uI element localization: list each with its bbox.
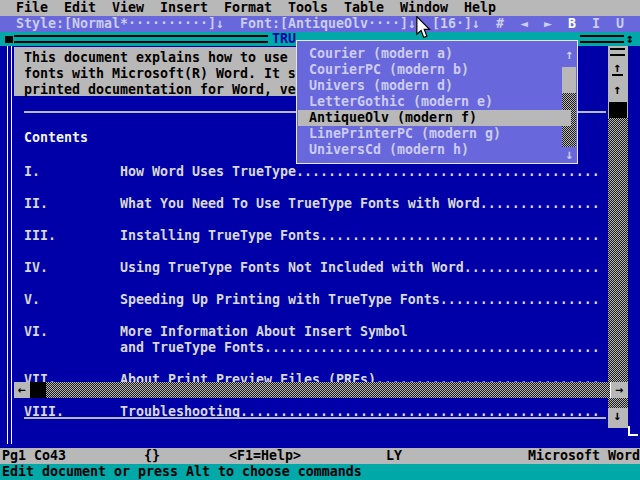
- underline-button[interactable]: U: [616, 16, 624, 32]
- toc-row: III.Installing TrueType Fonts...........…: [24, 228, 606, 244]
- toc-title: More Information About Insert Symbol: [120, 324, 408, 340]
- left-triangle-button[interactable]: ◄: [520, 16, 528, 32]
- toc-numeral: VI.: [24, 324, 48, 340]
- font-option-antiqueolv[interactable]: AntiqueOlv (modern f): [298, 110, 571, 126]
- menu-item-table[interactable]: Table: [344, 0, 384, 16]
- message-bar: Edit document or press Alt to choose com…: [0, 464, 640, 480]
- selected-text-line: printed documentation for Word, ve: [24, 82, 296, 98]
- style-dropdown[interactable]: Style:[Normal*··········]↓: [16, 16, 224, 32]
- menu-item-edit[interactable]: Edit: [64, 0, 96, 16]
- word-dos-screen: { "menu": { "items": ["File","Edit","Vie…: [0, 0, 640, 480]
- toc-title: and TrueType Fonts......................…: [120, 340, 600, 356]
- contents-heading: Contents: [24, 130, 88, 146]
- scroll-up-icon[interactable]: ↑: [612, 82, 623, 98]
- menu-item-tools[interactable]: Tools: [288, 0, 328, 16]
- menu-item-view[interactable]: View: [112, 0, 144, 16]
- message-text: Edit document or press Alt to choose com…: [2, 464, 362, 480]
- vertical-scroll-thumb[interactable]: [609, 102, 627, 118]
- toc-row: VI.More Information About Insert Symbol: [24, 324, 606, 340]
- mouse-cursor: [416, 16, 431, 39]
- right-triangle-button[interactable]: ►: [544, 16, 552, 32]
- toc-row: I.How Word Uses TrueType................…: [24, 164, 606, 180]
- menu-item-format[interactable]: Format: [224, 0, 272, 16]
- horizontal-scrollbar[interactable]: ← →: [14, 382, 628, 398]
- scroll-right-icon[interactable]: →: [610, 382, 628, 398]
- menu-item-help[interactable]: Help: [464, 0, 496, 16]
- document-title: TRU: [272, 32, 296, 46]
- braces-indicator: {}: [144, 448, 160, 464]
- window-split-icon[interactable]: [610, 48, 625, 56]
- toc-title: Installing TrueType Fonts...............…: [120, 228, 600, 244]
- horizontal-scroll-thumb[interactable]: [30, 382, 46, 398]
- vertical-scrollbar[interactable]: ↑ ↑ ↓: [608, 46, 628, 428]
- toc-title: Speeding Up Printing with TrueType Fonts…: [120, 292, 600, 308]
- scroll-down-icon[interactable]: ↓: [612, 408, 623, 424]
- font-option-courier[interactable]: Courier (modern a): [298, 46, 571, 62]
- menu-bar: FileEditViewInsertFormatToolsTableWindow…: [0, 0, 640, 16]
- help-hint: <F1=Help>: [229, 448, 301, 464]
- status-bar: Pg1 Co43 {} <F1=Help> LY Microsoft Word: [0, 448, 640, 464]
- toc-row: II.What You Need To Use TrueType Fonts w…: [24, 196, 606, 212]
- title-bar-line: [14, 35, 268, 43]
- selected-text-line: fonts with Microsoft(R) Word. It s: [24, 66, 296, 82]
- menu-item-file[interactable]: File: [16, 0, 48, 16]
- toc-numeral: III.: [24, 228, 56, 244]
- toc-title: Using TrueType Fonts Not Included with W…: [120, 260, 600, 276]
- scroll-up-line-icon[interactable]: ↑: [612, 61, 623, 76]
- toc-title: What You Need To Use TrueType Fonts with…: [120, 196, 600, 212]
- toc-numeral: IV.: [24, 260, 48, 276]
- size-dropdown[interactable]: [16·]↓: [432, 16, 480, 32]
- horizontal-rule: [24, 417, 606, 419]
- font-option-lettergothic[interactable]: LetterGothic (modern e): [298, 94, 571, 110]
- title-bar-line: [580, 35, 624, 43]
- font-option-univers[interactable]: Univers (modern d): [298, 78, 571, 94]
- font-option-universcd[interactable]: UniversCd (modern h): [298, 142, 571, 158]
- mode-indicators: LY: [386, 448, 402, 464]
- italic-button[interactable]: I: [592, 16, 600, 32]
- menu-item-insert[interactable]: Insert: [160, 0, 208, 16]
- selected-text-line: This document explains how to use: [24, 50, 296, 66]
- bold-button[interactable]: B: [568, 16, 576, 32]
- window-left-border: [7, 46, 12, 444]
- toc-numeral: I.: [24, 164, 40, 180]
- close-box-icon[interactable]: [5, 36, 13, 43]
- app-name: Microsoft Word: [528, 448, 640, 464]
- font-dropdown-list: ↑ ↓ Courier (modern a)CourierPC (modern …: [296, 40, 578, 164]
- scroll-left-icon[interactable]: ←: [14, 382, 30, 398]
- font-option-lineprinterpc[interactable]: LinePrinterPC (modern g): [298, 126, 571, 142]
- toc-numeral: II.: [24, 196, 48, 212]
- window-corner-border: [628, 426, 638, 436]
- font-option-courierpc[interactable]: CourierPC (modern b): [298, 62, 571, 78]
- horizontal-scroll-track[interactable]: [46, 382, 610, 398]
- ribbon-bar: Style:[Normal*··········]↓ Font:[Antique…: [0, 16, 640, 32]
- menu-item-window[interactable]: Window: [400, 0, 448, 16]
- toc-row: IV.Using TrueType Fonts Not Included wit…: [24, 260, 606, 276]
- font-dropdown-control[interactable]: Font:[AntiqueOlv····]↓: [240, 16, 416, 32]
- page-column-indicator: Pg1 Co43: [2, 448, 66, 464]
- toc-row: V.Speeding Up Printing with TrueType Fon…: [24, 292, 606, 308]
- vertical-scroll-track[interactable]: [608, 118, 628, 408]
- toc-title: How Word Uses TrueType..................…: [120, 164, 600, 180]
- toc-numeral: V.: [24, 292, 40, 308]
- maximize-icon[interactable]: ↕: [626, 32, 634, 46]
- hash-button[interactable]: #: [496, 16, 504, 32]
- toc-row: and TrueType Fonts......................…: [24, 340, 606, 356]
